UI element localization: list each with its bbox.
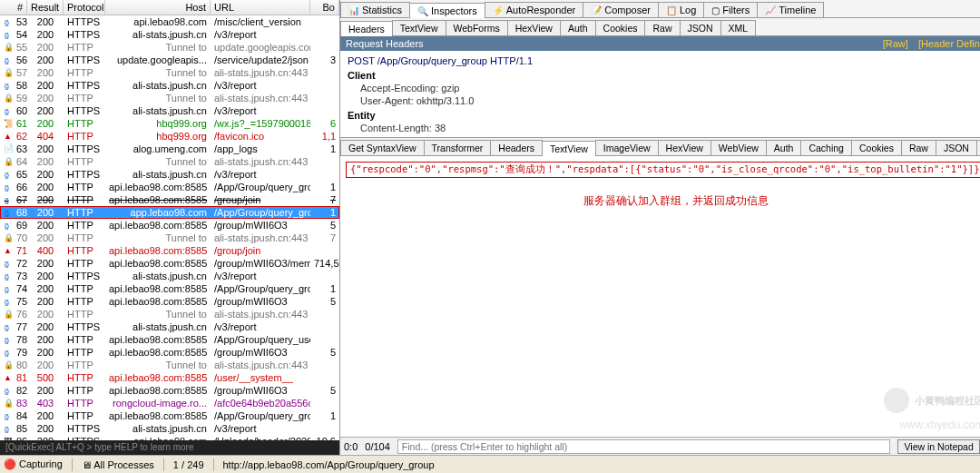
capturing-indicator[interactable]: 🔴 Capturing <box>4 458 63 470</box>
find-input[interactable] <box>397 439 891 454</box>
session-row[interactable]: 71400HTTPapi.lebao98.com:8585/group/join <box>0 244 339 257</box>
session-row[interactable]: 63200HTTPSalog.umeng.com/app_logs1 <box>0 143 339 155</box>
js-icon <box>0 117 13 130</box>
session-row[interactable]: 60200HTTPSali-stats.jpush.cn/v3/report <box>0 104 339 117</box>
cell-result: 400 <box>27 244 64 257</box>
req-tab-auth[interactable]: Auth <box>560 20 596 35</box>
session-row[interactable]: 75200HTTPapi.lebao98.com:8585/group/mWII… <box>0 295 339 308</box>
tab-composer[interactable]: 📝Composer <box>583 2 659 17</box>
session-row[interactable]: 77200HTTPSali-stats.jpush.cn/v3/report <box>0 320 339 333</box>
resp-tab-raw[interactable]: Raw <box>901 140 936 155</box>
req-tab-raw[interactable]: Raw <box>644 20 680 35</box>
header-definitions-link[interactable]: [Header Definitions] <box>918 38 980 49</box>
resp-tab-transformer[interactable]: Transformer <box>424 140 492 155</box>
tab-log[interactable]: 📋Log <box>658 2 704 17</box>
session-row[interactable]: 57200HTTPTunnel toali-stats.jpush.cn:443 <box>0 66 339 79</box>
session-row[interactable]: 83403HTTProngcloud-image.ro.../afc0e64b9… <box>0 397 339 409</box>
req-tab-headers[interactable]: Headers <box>340 21 393 36</box>
session-row[interactable]: 59200HTTPTunnel toali-stats.jpush.cn:443 <box>0 92 339 104</box>
session-row[interactable]: 53200HTTPSapi.lebao98.com/misc/client_ve… <box>0 15 339 28</box>
session-row[interactable]: 69200HTTPapi.lebao98.com:8585/group/mWII… <box>0 219 339 232</box>
cell-result: 200 <box>27 422 64 435</box>
json-icon <box>0 219 13 232</box>
req-tab-webforms[interactable]: WebForms <box>446 20 508 35</box>
session-row[interactable]: 80200HTTPTunnel toali-stats.jpush.cn:443 <box>0 359 339 371</box>
req-tab-textview[interactable]: TextView <box>392 20 446 35</box>
cell-body: 3 <box>310 54 339 66</box>
cell-protocol: HTTP <box>64 232 105 244</box>
resp-tab-hexview[interactable]: HexView <box>658 140 711 155</box>
session-row[interactable]: 66200HTTPapi.lebao98.com:8585/App/Group/… <box>0 181 339 193</box>
cell-body <box>310 41 339 54</box>
tab-timeline[interactable]: 📈Timeline <box>757 2 824 17</box>
session-row[interactable]: 78200HTTPapi.lebao98.com:8585/App/Group/… <box>0 333 339 346</box>
req-tab-xml[interactable]: XML <box>720 20 757 35</box>
resp-tab-textview[interactable]: TextView <box>542 141 596 156</box>
request-line: POST /App/Group/query_group HTTP/1.1 <box>348 54 980 67</box>
cell-id: 76 <box>13 308 27 320</box>
session-row[interactable]: 62404HTTPhbq999.org/favicon.ico1,1 <box>0 130 339 143</box>
session-row[interactable]: 56200HTTPSupdate.googleapis.../service/u… <box>0 54 339 66</box>
cell-id: 69 <box>13 219 27 232</box>
tab-inspectors[interactable]: 🔍Inspectors <box>409 3 485 18</box>
resp-tab-caching[interactable]: Caching <box>800 140 852 155</box>
session-row[interactable]: 79200HTTPapi.lebao98.com:8585/group/mWII… <box>0 346 339 359</box>
resp-tab-auth[interactable]: Auth <box>766 140 802 155</box>
raw-link[interactable]: [Raw] <box>883 38 908 49</box>
resp-tab-get-syntaxview[interactable]: Get SyntaxView <box>340 140 425 155</box>
session-row[interactable]: 64200HTTPTunnel toali-stats.jpush.cn:443 <box>0 155 339 168</box>
session-row[interactable]: 68200HTTPapp.lebao98.com/App/Group/query… <box>0 206 339 219</box>
session-row[interactable]: 72200HTTPapi.lebao98.com:8585/group/mWII… <box>0 257 339 270</box>
session-rows[interactable]: 53200HTTPSapi.lebao98.com/misc/client_ve… <box>0 15 339 440</box>
tab-statistics[interactable]: 📊Statistics <box>340 2 410 17</box>
req-tab-cookies[interactable]: Cookies <box>595 20 646 35</box>
req-tab-json[interactable]: JSON <box>680 20 721 35</box>
session-row[interactable]: 67200HTTPapi.lebao98.com:8585/group/join… <box>0 193 339 206</box>
process-filter[interactable]: 🖥 All Processes <box>82 459 154 470</box>
resp-tab-cookies[interactable]: Cookies <box>851 140 902 155</box>
cell-host: api.lebao98.com <box>105 15 211 28</box>
grid-header: # Result Protocol Host URL Bo <box>0 0 339 15</box>
cell-id: 65 <box>13 168 27 181</box>
view-in-notepad-button[interactable]: View in Notepad <box>897 439 979 454</box>
session-row[interactable]: 54200HTTPSali-stats.jpush.cn/v3/report <box>0 28 339 41</box>
cell-result: 200 <box>27 104 64 117</box>
json-icon <box>0 206 13 219</box>
response-area: {"respcode":"0","respmsg":"查询成功！","respd… <box>340 156 980 455</box>
col-result[interactable]: Result <box>27 0 64 15</box>
session-row[interactable]: 85200HTTPSali-stats.jpush.cn/v3/report <box>0 422 339 435</box>
json-icon <box>0 257 13 270</box>
session-row[interactable]: 82200HTTPapi.lebao98.com:8585/group/mWII… <box>0 384 339 397</box>
session-row[interactable]: 84200HTTPapi.lebao98.com:8585/App/Group/… <box>0 409 339 422</box>
cell-url: /App/Group/query_group <box>211 282 310 295</box>
session-row[interactable]: 55200HTTPTunnel toupdate.googleapis.com:… <box>0 41 339 54</box>
resp-tab-xml[interactable]: XML <box>976 140 980 155</box>
req-tab-hexview[interactable]: HexView <box>507 20 561 35</box>
resp-tab-webview[interactable]: WebView <box>710 140 767 155</box>
request-body[interactable]: POST /App/Group/query_group HTTP/1.1 Cli… <box>340 51 980 138</box>
cell-host: ali-stats.jpush.cn <box>105 270 211 282</box>
session-row[interactable]: 61200HTTPhbq999.org/wx.js?_=159790001873… <box>0 117 339 130</box>
session-row[interactable]: 65200HTTPSali-stats.jpush.cn/v3/report <box>0 168 339 181</box>
json-icon <box>0 193 13 206</box>
cell-protocol: HTTPS <box>64 143 105 155</box>
tab-autoresponder[interactable]: ⚡AutoResponder <box>485 2 583 17</box>
col-host[interactable]: Host <box>105 0 211 15</box>
resp-tab-imageview[interactable]: ImageView <box>595 140 659 155</box>
resp-tab-json[interactable]: JSON <box>936 140 977 155</box>
session-row[interactable]: 70200HTTPTunnel toali-stats.jpush.cn:443… <box>0 232 339 244</box>
quickexec-bar[interactable]: [QuickExec] ALT+Q > type HELP to learn m… <box>0 440 339 455</box>
session-row[interactable]: 81500HTTPapi.lebao98.com:8585/user/__sys… <box>0 371 339 384</box>
col-protocol[interactable]: Protocol <box>64 0 105 15</box>
col-body[interactable]: Bo <box>310 0 339 15</box>
response-json[interactable]: {"respcode":"0","respmsg":"查询成功！","respd… <box>346 162 980 178</box>
session-row[interactable]: 76200HTTPTunnel toali-stats.jpush.cn:443 <box>0 308 339 320</box>
session-row[interactable]: 73200HTTPSali-stats.jpush.cn/v3/report <box>0 270 339 282</box>
resp-tab-headers[interactable]: Headers <box>490 140 543 155</box>
session-row[interactable]: 74200HTTPapi.lebao98.com:8585/App/Group/… <box>0 282 339 295</box>
col-url[interactable]: URL <box>211 0 310 15</box>
find-count: 0/104 <box>365 441 390 452</box>
col-id[interactable]: # <box>0 0 27 15</box>
tab-filters[interactable]: ▢Filters <box>703 2 758 17</box>
session-row[interactable]: 58200HTTPSali-stats.jpush.cn/v3/report <box>0 79 339 92</box>
